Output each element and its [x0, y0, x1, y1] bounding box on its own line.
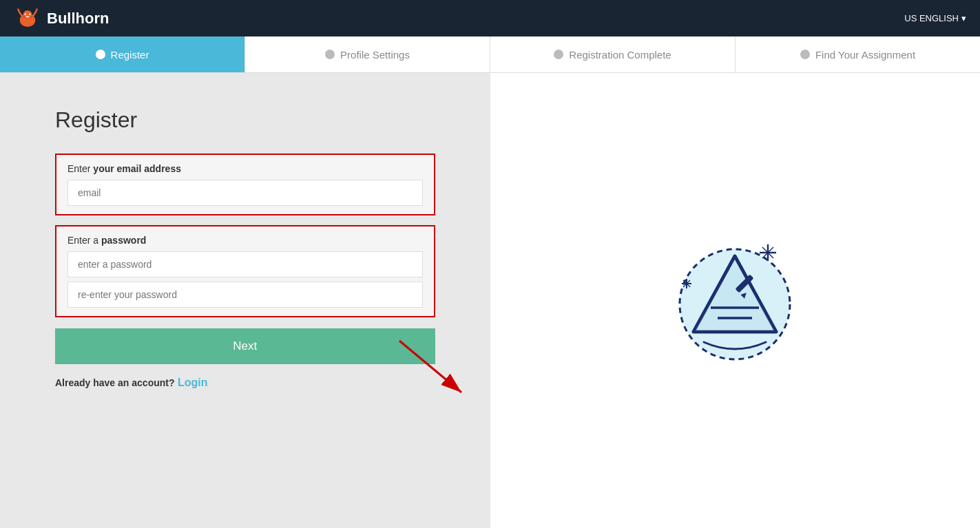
- tab-profile-dot: [325, 50, 335, 59]
- left-panel: Register Enter your email address Enter …: [0, 73, 490, 528]
- main-content: Register Enter your email address Enter …: [0, 73, 980, 528]
- password-label-prefix: Enter a: [67, 235, 101, 246]
- registration-illustration: [666, 232, 804, 370]
- login-link[interactable]: Login: [178, 377, 208, 388]
- language-selector[interactable]: US ENGLISH ▾: [904, 13, 966, 23]
- svg-point-3: [29, 13, 30, 14]
- tab-find-assignment[interactable]: Find Your Assignment: [736, 36, 980, 72]
- svg-point-5: [29, 16, 32, 17]
- logo: Bullhorn: [14, 5, 109, 32]
- tab-complete-dot: [554, 50, 563, 59]
- confirm-password-input[interactable]: [67, 282, 423, 308]
- tab-registration-complete[interactable]: Registration Complete: [490, 36, 736, 72]
- email-field-group: Enter your email address: [55, 154, 435, 215]
- tab-register-label: Register: [111, 49, 149, 61]
- step-tabs: Register Profile Settings Registration C…: [0, 36, 980, 73]
- page-title: Register: [55, 107, 435, 133]
- app-name: Bullhorn: [47, 10, 109, 28]
- password-field-group: Enter a password: [55, 225, 435, 317]
- svg-point-2: [25, 13, 26, 14]
- tab-profile-label: Profile Settings: [340, 49, 410, 61]
- svg-point-4: [23, 16, 26, 17]
- tab-profile-settings[interactable]: Profile Settings: [245, 36, 490, 72]
- language-label: US ENGLISH: [904, 13, 959, 23]
- login-prompt: Already have an account? Login: [55, 377, 435, 389]
- email-label-prefix: Enter: [67, 163, 93, 174]
- bull-icon: [14, 5, 41, 32]
- password-label: Enter a password: [67, 235, 423, 246]
- svg-point-1: [23, 10, 32, 19]
- chevron-down-icon: ▾: [961, 13, 966, 23]
- email-label: Enter your email address: [67, 163, 423, 174]
- tab-assignment-dot: [800, 50, 810, 59]
- top-bar: Bullhorn US ENGLISH ▾: [0, 0, 980, 36]
- email-label-bold: your email address: [93, 163, 181, 174]
- tab-register-dot: [96, 50, 105, 59]
- right-panel: [490, 73, 981, 528]
- password-label-bold: password: [101, 235, 146, 246]
- email-input[interactable]: [67, 180, 423, 206]
- existing-account-text: Already have an account?: [55, 377, 175, 388]
- next-button[interactable]: Next: [55, 328, 435, 364]
- tab-assignment-label: Find Your Assignment: [815, 49, 915, 61]
- tab-register[interactable]: Register: [0, 36, 245, 72]
- password-input[interactable]: [67, 251, 423, 277]
- tab-complete-label: Registration Complete: [569, 49, 671, 61]
